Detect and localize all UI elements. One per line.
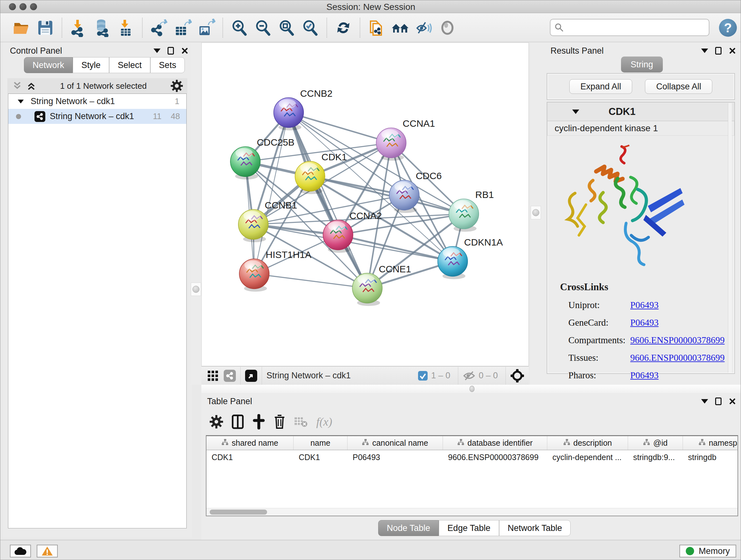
entry-header[interactable]: CDK1 <box>547 103 734 121</box>
table-cell[interactable]: CDK1 <box>293 450 347 464</box>
zoom-out-button[interactable] <box>253 18 273 38</box>
network-canvas[interactable]: CCNB2CCNA1CDC25BCDK1CDC6RB1CCNB1CCNA2CDK… <box>201 43 529 366</box>
edge-HIST1H1A-CCNE1[interactable] <box>254 274 367 288</box>
memory-status-dot <box>686 547 694 555</box>
network-row-selected[interactable]: String Network – cdk1 11 48 <box>8 109 186 124</box>
table-cell[interactable]: cyclin-dependent ... <box>547 450 628 464</box>
horizontal-splitter-knob[interactable] <box>469 386 475 392</box>
cloud-button[interactable] <box>10 545 31 557</box>
export-network-button[interactable] <box>149 18 169 38</box>
tab-edge-table[interactable]: Edge Table <box>439 520 499 536</box>
zoom-fit-button[interactable] <box>277 18 296 38</box>
float-table-icon[interactable] <box>701 399 708 403</box>
network-view-toolbar: String Network – cdk1 1 – 0 0 – 0 <box>201 366 529 385</box>
memory-button[interactable]: Memory <box>679 545 736 557</box>
tab-node-table[interactable]: Node Table <box>378 520 439 536</box>
birdseye-view-icon[interactable] <box>245 370 257 382</box>
edge-CCNB2-CCNA1[interactable] <box>288 113 391 143</box>
edge-CCNB2-CCNE1[interactable] <box>288 113 367 288</box>
database-icon <box>93 18 111 37</box>
horizontal-splitter[interactable] <box>201 385 741 393</box>
table-cell[interactable]: 9606.ENSP00000378699 <box>443 450 547 464</box>
collapse-all-button[interactable]: Collapse All <box>645 79 712 94</box>
table-cell[interactable]: stringdb:9... <box>628 450 683 464</box>
maximize-results-icon[interactable] <box>715 47 722 55</box>
crosslink-link[interactable]: P06493 <box>630 370 659 381</box>
clone-network-button[interactable] <box>367 18 387 38</box>
crosslink-link[interactable]: 9606.ENSP00000378699 <box>630 335 725 346</box>
add-column-icon[interactable] <box>253 414 265 429</box>
table-row[interactable]: CDK1CDK1P064939606.ENSP00000378699cyclin… <box>206 450 738 464</box>
selected-checkbox-icon[interactable] <box>418 371 428 381</box>
table-cell[interactable]: P06493 <box>347 450 443 464</box>
grid-icon[interactable] <box>207 370 219 381</box>
crosslink-link[interactable]: P06493 <box>630 317 659 328</box>
network-graph[interactable]: CCNB2CCNA1CDC25BCDK1CDC6RB1CCNB1CCNA2CDK… <box>202 43 529 366</box>
column-header-@id[interactable]: @id <box>628 436 683 450</box>
column-header-description[interactable]: description <box>547 436 628 450</box>
refresh-layout-button[interactable] <box>333 18 353 38</box>
column-header-database-identifier[interactable]: database identifier <box>443 436 547 450</box>
zoom-selected-button[interactable] <box>300 18 320 38</box>
import-network-file-button[interactable] <box>69 18 88 38</box>
crosslink-link[interactable]: 9606.ENSP00000378699 <box>630 353 725 363</box>
hide-selected-button[interactable] <box>414 18 434 38</box>
column-header-name[interactable]: name <box>293 436 347 450</box>
column-header-namespace[interactable]: namespace <box>683 436 738 450</box>
collapse-all-icon[interactable] <box>12 80 22 91</box>
import-table-button[interactable] <box>116 18 136 38</box>
table-hscrollbar[interactable] <box>206 508 738 516</box>
crosslink-row: GeneCard:P06493 <box>560 317 725 328</box>
crosshair-icon[interactable] <box>510 369 524 383</box>
columns-icon[interactable] <box>231 414 244 429</box>
column-type-icon <box>457 438 464 448</box>
right-splitter[interactable] <box>530 43 543 385</box>
maximize-panel-icon[interactable] <box>167 47 174 55</box>
search-input[interactable] <box>564 20 709 35</box>
tab-style[interactable]: Style <box>73 57 109 73</box>
expand-all-button[interactable]: Expand All <box>569 79 632 94</box>
hidden-eye-icon[interactable] <box>463 370 475 381</box>
left-splitter-knob[interactable] <box>192 286 199 293</box>
right-splitter-knob[interactable] <box>532 209 539 216</box>
entry-collapse-icon[interactable] <box>572 110 579 114</box>
table-hscrollbar-thumb[interactable] <box>210 509 267 515</box>
warning-button[interactable] <box>37 545 58 557</box>
close-panel-icon[interactable] <box>181 47 189 55</box>
expand-all-icon[interactable] <box>26 80 36 91</box>
tab-string[interactable]: String <box>621 57 663 72</box>
float-panel-icon[interactable] <box>153 49 160 53</box>
network-collection-row[interactable]: String Network – cdk1 1 <box>8 94 186 109</box>
tree-expand-icon[interactable] <box>18 100 24 104</box>
tab-network[interactable]: Network <box>24 57 73 73</box>
export-table-button[interactable] <box>173 18 192 38</box>
table-cell[interactable]: stringdb <box>683 450 738 464</box>
table-gear-icon[interactable] <box>210 415 223 428</box>
float-results-icon[interactable] <box>701 49 708 53</box>
close-results-icon[interactable] <box>729 47 736 55</box>
help-button[interactable]: ? <box>719 19 737 37</box>
column-header-canonical-name[interactable]: canonical name <box>347 436 443 450</box>
gray-orb-button[interactable] <box>437 18 457 38</box>
maximize-table-icon[interactable] <box>715 397 722 405</box>
open-session-button[interactable] <box>12 18 31 38</box>
zoom-in-button[interactable] <box>229 18 249 38</box>
edge-CDK1-RB1[interactable] <box>310 176 464 214</box>
left-splitter[interactable] <box>191 43 201 385</box>
column-header-shared-name[interactable]: shared name <box>206 436 293 450</box>
tab-network-table[interactable]: Network Table <box>499 520 571 536</box>
delete-column-icon[interactable] <box>273 414 286 429</box>
houses-button[interactable] <box>390 18 410 38</box>
tab-sets[interactable]: Sets <box>150 57 185 73</box>
gear-icon[interactable] <box>171 80 183 92</box>
annotation-share-icon[interactable] <box>224 370 236 382</box>
export-image-button[interactable] <box>196 18 216 38</box>
results-scrollbar[interactable] <box>728 103 732 373</box>
import-network-database-button[interactable] <box>92 18 112 38</box>
tab-select[interactable]: Select <box>109 57 150 73</box>
save-session-button[interactable] <box>36 18 55 38</box>
close-table-icon[interactable] <box>729 397 736 405</box>
network-status-dot <box>16 114 21 119</box>
crosslink-link[interactable]: P06493 <box>630 300 659 310</box>
table-cell[interactable]: CDK1 <box>206 450 293 464</box>
